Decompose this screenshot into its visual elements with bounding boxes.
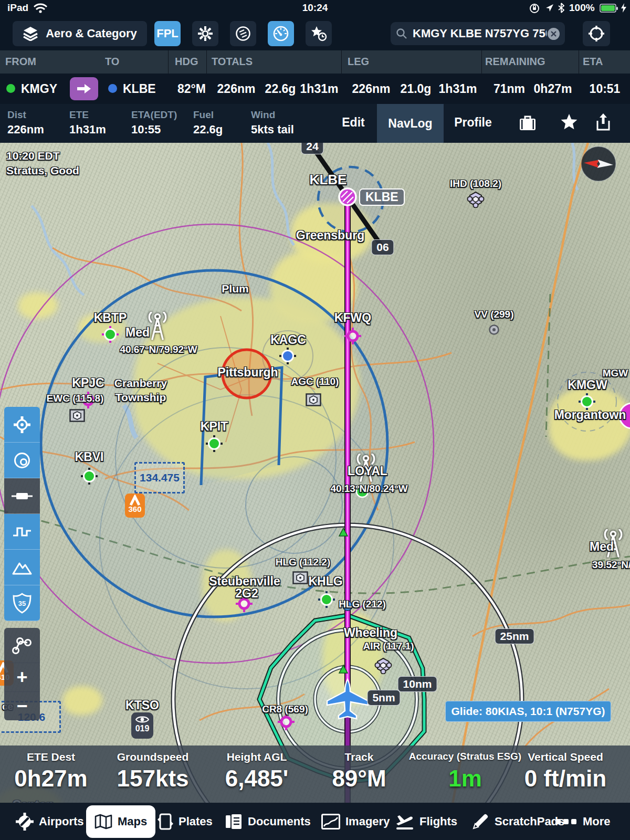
layers-icon xyxy=(23,26,38,41)
map-layers-label: Aero & Category xyxy=(46,27,137,40)
device-label: iPad xyxy=(7,2,28,14)
city-label-wheeling: Wheeling xyxy=(344,626,397,640)
edit-button[interactable]: Edit xyxy=(342,116,364,130)
active-leg-arrow-button[interactable] xyxy=(70,77,98,100)
search-field[interactable] xyxy=(391,22,565,45)
navaid-label-air: AIR (117.1) xyxy=(363,640,414,652)
landmark-label-vv: VV (299) xyxy=(475,309,514,320)
navaid-label-hlg-ndb: HLG (212) xyxy=(339,598,386,610)
tab-imagery[interactable]: Imagery xyxy=(321,805,390,838)
north-indicator-compass[interactable] xyxy=(580,145,617,183)
favorite-button[interactable] xyxy=(560,113,579,131)
navaid-label-ewc: EWC (115.8) xyxy=(47,393,104,404)
square-wave-icon xyxy=(12,525,32,539)
accuracy-label: Accuracy (Stratus ESG) xyxy=(409,751,521,762)
tab-label: ScratchPads xyxy=(495,815,564,828)
zoom-in-button[interactable]: + xyxy=(4,663,40,692)
star-clock-icon xyxy=(310,25,328,42)
city-label-cranberry-2: Township xyxy=(116,391,166,404)
tab-label: More xyxy=(583,815,611,828)
ete-value: 1h31m xyxy=(69,123,106,136)
airport-icon-cr8[interactable] xyxy=(277,713,295,731)
documents-icon xyxy=(225,813,243,830)
map-toolbar: Aero & Category FPL xyxy=(0,17,630,50)
vor-box-icon-agc xyxy=(306,393,321,406)
map-layers-button[interactable]: Aero & Category xyxy=(13,21,147,46)
tab-plates[interactable]: Plates xyxy=(158,805,213,838)
route-editor-button[interactable] xyxy=(4,628,40,663)
wind-label: Wind xyxy=(251,109,275,121)
remaining-dist: 71nm xyxy=(494,82,525,96)
heading-value: 82°M xyxy=(177,82,206,96)
locate-crosshair-icon xyxy=(13,415,32,434)
moving-map[interactable]: 360 410 019 134.475 120.6 10:20 EDT Stra… xyxy=(0,143,630,840)
arrow-right-icon xyxy=(77,84,91,93)
map-status-source: Stratus, Good xyxy=(6,164,79,177)
terrain-button[interactable] xyxy=(4,550,40,585)
fuel-label: Fuel xyxy=(193,109,214,121)
instruments-button[interactable] xyxy=(268,21,294,46)
antenna-label-med2: Med xyxy=(590,540,614,554)
col-from: FROM xyxy=(5,56,36,68)
shield-number: 35 xyxy=(18,600,26,607)
flightplan-leg-row[interactable]: KMGY KLBE 82°M 226nm 22.6g 1h31m 226nm 2… xyxy=(0,74,630,104)
airport-icon-kagc[interactable] xyxy=(279,347,297,365)
navaid-label-hlg: HLG (112.2) xyxy=(276,556,331,568)
navlog-tab-selected[interactable]: NavLog xyxy=(377,104,444,143)
fuel-value: 22.6g xyxy=(193,123,223,136)
airport-icon-kbvi[interactable] xyxy=(80,467,98,485)
foreflight-app: { "status_bar": {"device": "iPad", "time… xyxy=(0,0,630,840)
globe-lines-icon xyxy=(235,26,251,41)
airport-icon-khlg[interactable] xyxy=(318,591,335,608)
vertical-speed-label: Vertical Speed xyxy=(528,751,603,763)
city-label-greensburg: Greensburg xyxy=(296,228,364,243)
ownship-center-button[interactable] xyxy=(583,21,610,46)
briefcase-button[interactable] xyxy=(519,114,537,131)
share-button[interactable] xyxy=(595,113,611,132)
tab-maps[interactable]: Maps xyxy=(86,805,155,838)
webcam-badge-ktso[interactable]: 019 xyxy=(131,712,153,739)
tab-scratchpads[interactable]: ScratchPads xyxy=(471,805,564,838)
rotation-lock-icon xyxy=(529,3,540,14)
route-points-icon xyxy=(12,636,33,654)
airport-icon-kpit[interactable] xyxy=(205,435,223,453)
settings-button[interactable] xyxy=(192,21,218,46)
highways-button[interactable]: 35 xyxy=(4,585,40,621)
ruler-button[interactable] xyxy=(4,478,40,514)
profile-view-button[interactable] xyxy=(4,514,40,550)
tab-label: Flights xyxy=(419,815,457,828)
star-icon xyxy=(560,113,579,131)
tab-more[interactable]: More xyxy=(555,805,611,838)
zoom-out-button[interactable]: − xyxy=(4,691,40,720)
runway-badge-06: 06 xyxy=(371,239,394,255)
status-time: 10:24 xyxy=(302,2,328,14)
search-input[interactable] xyxy=(412,26,548,41)
wifi-icon xyxy=(34,3,47,14)
glide-advisor-banner[interactable]: Glide: 80KIAS, 10:1 (N757YG) xyxy=(445,701,611,722)
globe-weather-button[interactable] xyxy=(230,21,256,46)
waypoint-badge-klbe[interactable]: KLBE xyxy=(359,188,405,206)
instrument-panel[interactable]: ETE Dest 0h27m Groundspeed 157kts Height… xyxy=(0,746,630,803)
dist-value: 226nm xyxy=(7,123,44,136)
vor-box-icon-ewc xyxy=(69,409,85,422)
gauge-icon xyxy=(272,25,289,42)
profile-button[interactable]: Profile xyxy=(454,116,492,130)
range-ring-label-25nm: 25nm xyxy=(495,628,534,644)
map-orientation-button[interactable] xyxy=(4,443,40,478)
navlog-label: NavLog xyxy=(388,117,432,131)
eye-icon xyxy=(135,715,149,724)
to-airport-dot xyxy=(108,84,117,93)
tab-flights[interactable]: Flights xyxy=(395,805,457,838)
tab-label: Plates xyxy=(178,815,213,828)
airport-icon-kbtp[interactable] xyxy=(101,326,119,343)
tab-documents[interactable]: Documents xyxy=(225,805,311,838)
totals-time: 1h31m xyxy=(300,82,339,96)
clear-search-icon[interactable] xyxy=(548,28,560,40)
airport-icon-kfwq[interactable] xyxy=(344,327,362,345)
favorites-recents-button[interactable] xyxy=(306,21,332,46)
tab-airports[interactable]: Airports xyxy=(16,805,84,838)
gear-icon xyxy=(197,26,213,41)
navaid-label-ihd: IHD (108.2) xyxy=(450,178,501,190)
center-ownship-button[interactable] xyxy=(4,407,40,443)
fpl-button[interactable]: FPL xyxy=(154,21,181,46)
